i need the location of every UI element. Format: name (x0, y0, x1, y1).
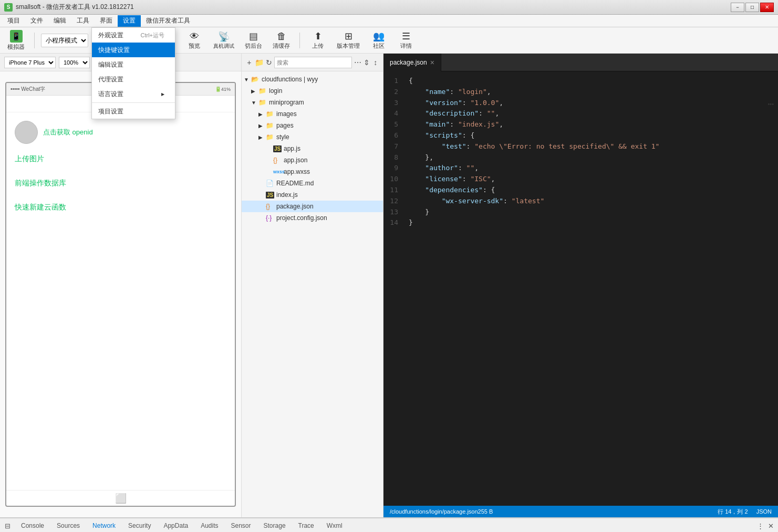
upload-button[interactable]: ⬆ 上传 (306, 29, 329, 52)
separator-4 (299, 33, 300, 48)
miniprogram-toggle: ▼ (251, 100, 258, 106)
mode-select[interactable]: 小程序模式 (41, 34, 88, 47)
editor-tabs: package.json × (383, 54, 778, 71)
app-wxss-icon: wxss (273, 169, 282, 174)
search-input[interactable] (274, 57, 352, 68)
login-label: login (269, 87, 282, 95)
cloud-function-link[interactable]: 快速新建云函数 (15, 199, 226, 216)
phone-home-btn[interactable]: ⬜ (115, 493, 127, 504)
tree-item-app-js[interactable]: ▶ JS app.js (242, 143, 383, 154)
root-icon: 📂 (251, 76, 260, 83)
close-button[interactable]: ✕ (760, 3, 774, 12)
dropdown-label-editor: 编辑设置 (98, 60, 123, 69)
tree-item-images[interactable]: ▶ 📁 images (242, 108, 383, 120)
tab-close-package-json[interactable]: × (430, 58, 434, 67)
tree-item-app-json[interactable]: ▶ {} app.json (242, 154, 383, 166)
menu-item-project[interactable]: 项目 (2, 15, 25, 27)
tree-item-pages[interactable]: ▶ 📁 pages (242, 120, 383, 131)
tab-storage[interactable]: Storage (257, 518, 292, 533)
tab-wxml[interactable]: Wxml (320, 518, 349, 533)
tab-appdata[interactable]: AppData (157, 518, 194, 533)
background-icon: ▤ (249, 30, 258, 42)
dropdown-item-shortcuts[interactable]: 快捷键设置 (92, 43, 175, 57)
tab-network-label: Network (92, 522, 116, 529)
tree-content: ▼ 📂 cloudfunctions | wyy ▶ 📁 login ▼ 📁 m… (242, 71, 383, 517)
project-config-icon: {·} (266, 214, 274, 222)
tree-item-app-wxss[interactable]: ▶ wxss app.wxss (242, 166, 383, 178)
preview-label: 预览 (189, 42, 200, 50)
miniprogram-label: miniprogram (269, 99, 304, 106)
tab-console[interactable]: Console (15, 518, 50, 533)
community-button[interactable]: 👥 社区 (367, 29, 390, 52)
zoom-select[interactable]: 100% (59, 57, 90, 68)
menu-item-wechat[interactable]: 微信开发者工具 (141, 15, 195, 27)
tree-item-project-config[interactable]: ▶ {·} project.config.json (242, 212, 383, 224)
menu-bar: 项目 文件 编辑 工具 界面 设置 微信开发者工具 (0, 15, 778, 27)
device-debug-button[interactable]: 📡 真机调试 (210, 29, 237, 52)
menu-item-settings[interactable]: 设置 (118, 15, 141, 27)
tree-item-readme[interactable]: ▶ 📄 README.md (242, 178, 383, 189)
miniprogram-folder-icon: 📁 (258, 99, 267, 106)
minimize-button[interactable]: － (731, 3, 744, 12)
refresh-button[interactable]: ↻ (266, 57, 273, 68)
devtools-dock-button[interactable]: ⊟ (2, 521, 13, 531)
tab-package-json[interactable]: package.json × (383, 54, 441, 71)
menu-item-tools[interactable]: 工具 (71, 15, 95, 27)
tree-item-login[interactable]: ▶ 📁 login (242, 85, 383, 97)
menu-item-file[interactable]: 文件 (25, 15, 48, 27)
tab-audits[interactable]: Audits (194, 518, 224, 533)
version-icon: ⊞ (345, 30, 352, 42)
root-toggle: ▼ (244, 77, 251, 82)
tree-item-miniprogram[interactable]: ▼ 📁 miniprogram (242, 97, 383, 108)
more-options-button[interactable]: ⋯ (354, 57, 361, 68)
style-toggle: ▶ (258, 134, 266, 140)
tab-security[interactable]: Security (122, 518, 157, 533)
code-editor[interactable]: { "name": "login", "version": "1.0.0", "… (404, 71, 778, 506)
menu-item-view[interactable]: 界面 (95, 15, 118, 27)
tab-trace[interactable]: Trace (292, 518, 320, 533)
code-line-3: "version": "1.0.0", (409, 98, 774, 109)
clear-cache-button[interactable]: 🗑 清缓存 (269, 29, 293, 52)
dropdown-label-appearance: 外观设置 (98, 31, 123, 40)
new-file-button[interactable]: + (246, 57, 253, 68)
devtools-more-button[interactable]: ⋮ (755, 521, 765, 531)
login-folder-icon: 📁 (258, 87, 267, 95)
new-folder-button[interactable]: 📁 (255, 57, 264, 68)
clear-cache-icon: 🗑 (277, 31, 286, 42)
tree-item-style[interactable]: ▶ 📁 style (242, 131, 383, 143)
index-js-icon: JS (266, 191, 274, 199)
community-icon: 👥 (373, 30, 385, 42)
upload-label: 上传 (312, 42, 324, 50)
maximize-button[interactable]: □ (745, 3, 759, 12)
simulator-toggle[interactable]: 📱 模拟器 (4, 29, 28, 52)
database-link[interactable]: 前端操作数据库 (15, 174, 226, 192)
background-button[interactable]: ▤ 切后台 (242, 29, 265, 52)
tree-item-package-json[interactable]: ▶ {} package.json (242, 201, 383, 212)
details-button[interactable]: ☰ 详情 (395, 29, 418, 52)
simulator-icon: 📱 (10, 30, 23, 43)
app-json-icon: {} (273, 157, 282, 164)
dropdown-item-proxy[interactable]: 代理设置 (92, 72, 175, 87)
code-line-6: "scripts": { (409, 130, 774, 141)
tab-network[interactable]: Network (86, 518, 122, 533)
tab-sources[interactable]: Sources (50, 518, 86, 533)
tab-audits-label: Audits (201, 522, 218, 529)
index-js-label: index.js (276, 191, 298, 199)
language-mode: JSON (756, 508, 772, 515)
version-manager-button[interactable]: ⊞ 版本管理 (334, 29, 363, 52)
dropdown-item-editor[interactable]: 编辑设置 (92, 57, 175, 72)
sort-button[interactable]: ↕ (372, 57, 379, 68)
collapse-button[interactable]: ⇕ (364, 57, 370, 68)
upload-image-link[interactable]: 上传图片 (15, 150, 226, 168)
dropdown-item-language[interactable]: 语言设置 (92, 87, 175, 101)
openid-link[interactable]: 点击获取 openid (43, 128, 93, 137)
devtools-close-button[interactable]: ✕ (765, 521, 776, 531)
tree-root[interactable]: ▼ 📂 cloudfunctions | wyy (242, 74, 383, 85)
menu-item-edit[interactable]: 编辑 (48, 15, 71, 27)
tab-sensor[interactable]: Sensor (225, 518, 257, 533)
preview-button[interactable]: 👁 预览 (183, 29, 206, 52)
dropdown-item-appearance[interactable]: 外观设置 Ctrl+运号 (92, 28, 175, 43)
tree-item-index-js[interactable]: ▶ JS index.js (242, 189, 383, 201)
device-select[interactable]: iPhone 7 Plus (4, 57, 56, 68)
dropdown-item-project-settings[interactable]: 项目设置 (92, 104, 175, 119)
